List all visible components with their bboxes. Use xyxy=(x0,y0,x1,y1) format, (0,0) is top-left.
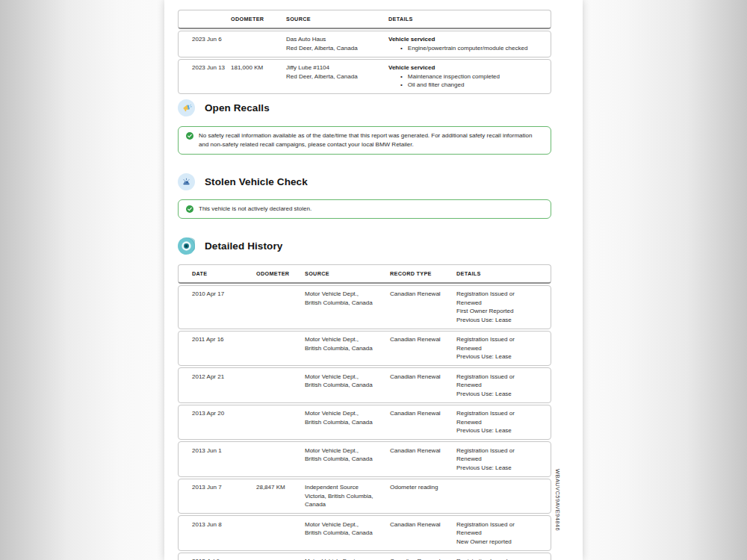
cell-source: Motor Vehicle Dept.,British Columbia, Ca… xyxy=(305,557,390,560)
table-row: 2023 Jun 13181,000 KMJiffy Lube #1104Red… xyxy=(178,59,551,95)
cell-line: British Columbia, Canada xyxy=(305,418,385,427)
cell-details: Vehicle serviced•Engine/powertrain compu… xyxy=(388,35,543,52)
cell-odometer xyxy=(256,447,305,473)
cell-line: Registration Issued or Renewed xyxy=(456,520,539,538)
cell-source: Independent SourceVictoria, British Colu… xyxy=(305,483,390,509)
bullet-text: Engine/powertrain computer/module checke… xyxy=(408,44,528,53)
cell-line: Previous Use: Lease xyxy=(456,316,539,325)
bullet-text: Oil and filter changed xyxy=(408,81,465,90)
cell-line: Das Auto Haus xyxy=(286,35,384,44)
cell-date: 2013 Jun 7 xyxy=(192,483,256,509)
open-recalls-status-box: No safety recall information available a… xyxy=(178,126,551,155)
cell-line: Jiffy Lube #1104 xyxy=(286,63,384,72)
cell-line: Registration Issued or Renewed xyxy=(456,290,539,307)
cell-line: Previous Use: Lease xyxy=(456,352,539,361)
cell-record-type: Canadian Renewal xyxy=(390,447,456,473)
history-row: 2013 Jun 728,847 KMIndependent SourceVic… xyxy=(178,479,551,514)
cell-line: Motor Vehicle Dept., xyxy=(305,373,385,382)
cell-line: New Owner reported xyxy=(456,538,539,547)
open-recalls-message: No safety recall information available a… xyxy=(199,131,543,149)
cell-details: Vehicle serviced•Maintenance inspection … xyxy=(388,63,543,90)
cell-source: Das Auto HausRed Deer, Alberta, Canada xyxy=(286,35,388,52)
vin-vertical-text: WBAUVC59AVE94846 xyxy=(554,469,561,531)
cell-line: Registration Issued or Renewed xyxy=(456,335,539,352)
cell-odometer xyxy=(256,520,305,547)
column-header-source: SOURCE xyxy=(286,15,388,24)
cell-details: Registration Issued or RenewedNew Owner … xyxy=(456,520,543,547)
section-stolen-vehicle-check: Stolen Vehicle Check xyxy=(178,173,551,190)
cell-date: 2013 Jun 1 xyxy=(192,447,256,473)
cell-details: Registration Issued or RenewedNew Owner … xyxy=(456,557,543,560)
cell-line: Motor Vehicle Dept., xyxy=(305,409,385,418)
cell-odometer xyxy=(256,409,305,435)
history-row: 2013 Jun 1Motor Vehicle Dept.,British Co… xyxy=(178,441,551,477)
cell-date: 2013 Jul 6 xyxy=(192,557,256,560)
cell-odometer xyxy=(256,290,305,324)
section-title-open-recalls: Open Recalls xyxy=(205,102,270,113)
report-content: ODOMETERSOURCEDETAILS2023 Jun 6Das Auto … xyxy=(164,0,583,560)
cell-details: Registration Issued or RenewedPrevious U… xyxy=(456,335,543,361)
stolen-vehicle-message: This vehicle is not actively declared st… xyxy=(199,205,311,214)
cell-details: Registration Issued or RenewedPrevious U… xyxy=(456,409,543,435)
table-row: 2023 Jun 6Das Auto HausRed Deer, Alberta… xyxy=(178,31,551,57)
cell-line: Previous Use: Lease xyxy=(456,390,539,399)
cell-line: Motor Vehicle Dept., xyxy=(305,520,385,529)
history-row: 2010 Apr 17Motor Vehicle Dept.,British C… xyxy=(178,285,551,329)
cell-source: Motor Vehicle Dept.,British Columbia, Ca… xyxy=(305,373,390,399)
check-circle-icon xyxy=(186,132,193,140)
history-row: 2013 Jun 8Motor Vehicle Dept.,British Co… xyxy=(178,515,551,551)
cell-details: Registration Issued or RenewedFirst Owne… xyxy=(456,290,543,324)
cell-record-type: Canadian Renewal xyxy=(390,409,456,435)
column-header-details: DETAILS xyxy=(388,15,543,24)
history-row: 2012 Apr 21Motor Vehicle Dept.,British C… xyxy=(178,367,551,403)
cell-source: Motor Vehicle Dept.,British Columbia, Ca… xyxy=(305,290,390,324)
cell-record-type: Canadian Renewal xyxy=(390,373,456,399)
section-title-stolen-vehicle-check: Stolen Vehicle Check xyxy=(205,176,308,187)
bullet-dot: • xyxy=(400,81,403,90)
table-header-row: ODOMETERSOURCEDETAILS xyxy=(178,10,551,29)
stolen-vehicle-status-box: This vehicle is not actively declared st… xyxy=(178,199,551,219)
cell-line: Victoria, British Columbia, xyxy=(305,492,385,501)
cell-details: Registration Issued or RenewedPrevious U… xyxy=(456,373,543,399)
cell-date: 2023 Jun 13 xyxy=(192,63,231,90)
siren-icon xyxy=(178,173,195,190)
history-row: 2013 Apr 20Motor Vehicle Dept.,British C… xyxy=(178,405,551,441)
cell-date: 2013 Apr 20 xyxy=(192,409,256,435)
cell-line: Red Deer, Alberta, Canada xyxy=(286,44,384,53)
cell-date: 2023 Jun 6 xyxy=(192,35,231,52)
cell-date: 2011 Apr 16 xyxy=(192,335,256,361)
cell-source: Motor Vehicle Dept.,British Columbia, Ca… xyxy=(305,520,390,547)
cell-record-type: Canadian Renewal xyxy=(390,557,456,560)
cell-line: British Columbia, Canada xyxy=(305,381,385,390)
detailed-history-table: DATEODOMETERSOURCERECORD TYPEDETAILS2010… xyxy=(178,264,551,560)
cell-source: Jiffy Lube #1104Red Deer, Alberta, Canad… xyxy=(286,63,388,90)
cell-odometer xyxy=(256,557,305,560)
section-detailed-history: Detailed History xyxy=(178,237,551,255)
table-header-row: DATEODOMETERSOURCERECORD TYPEDETAILS xyxy=(178,264,551,284)
cell-line: Red Deer, Alberta, Canada xyxy=(286,72,384,81)
section-open-recalls: Open Recalls xyxy=(178,99,551,116)
cell-line: Previous Use: Lease xyxy=(456,426,539,435)
vehicle-history-report-page: ODOMETERSOURCEDETAILS2023 Jun 6Das Auto … xyxy=(164,0,583,560)
history-row: 2013 Jul 6Motor Vehicle Dept.,British Co… xyxy=(178,553,551,560)
details-bullet-item: •Engine/powertrain computer/module check… xyxy=(388,44,539,53)
history-row: 2011 Apr 16Motor Vehicle Dept.,British C… xyxy=(178,331,551,367)
check-circle-icon xyxy=(186,205,193,213)
bullet-text: Maintenance inspection completed xyxy=(408,72,500,81)
column-header-details: DETAILS xyxy=(456,270,543,279)
cell-source: Motor Vehicle Dept.,British Columbia, Ca… xyxy=(305,409,390,435)
cell-line: Registration Issued or Renewed xyxy=(456,373,539,390)
cell-line: Motor Vehicle Dept., xyxy=(305,557,385,560)
section-title-detailed-history: Detailed History xyxy=(205,240,282,252)
cell-line: First Owner Reported xyxy=(456,307,539,316)
column-header-date: DATE xyxy=(192,270,256,279)
bullet-dot: • xyxy=(400,44,403,53)
column-header-date xyxy=(192,15,231,24)
cell-line: British Columbia, Canada xyxy=(305,344,385,353)
cell-line: Motor Vehicle Dept., xyxy=(305,335,385,344)
cell-record-type: Canadian Renewal xyxy=(390,290,456,324)
cell-line: Canada xyxy=(305,500,385,509)
megaphone-icon xyxy=(178,99,195,116)
cell-odometer: 28,847 KM xyxy=(256,483,305,509)
cell-line: Previous Use: Lease xyxy=(456,464,539,473)
